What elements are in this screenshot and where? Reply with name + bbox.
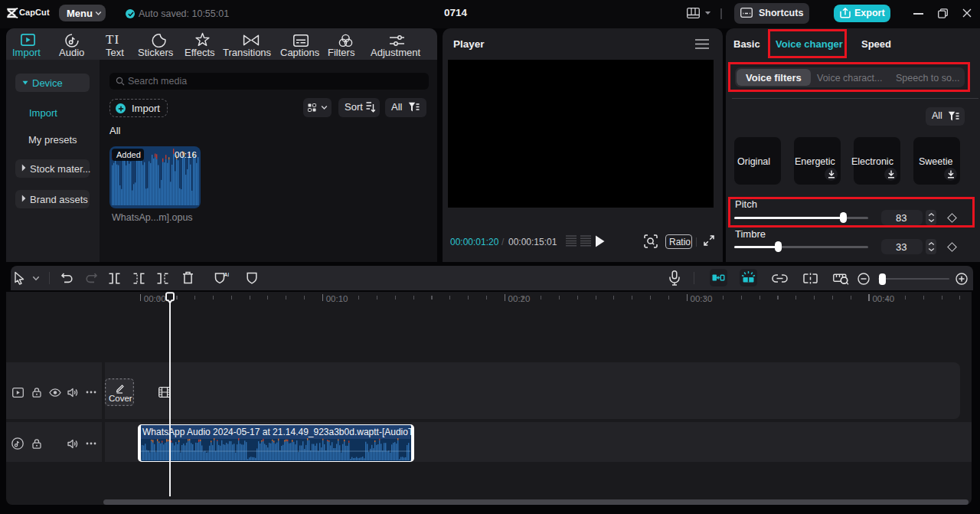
svg-text:AI: AI: [224, 272, 229, 277]
